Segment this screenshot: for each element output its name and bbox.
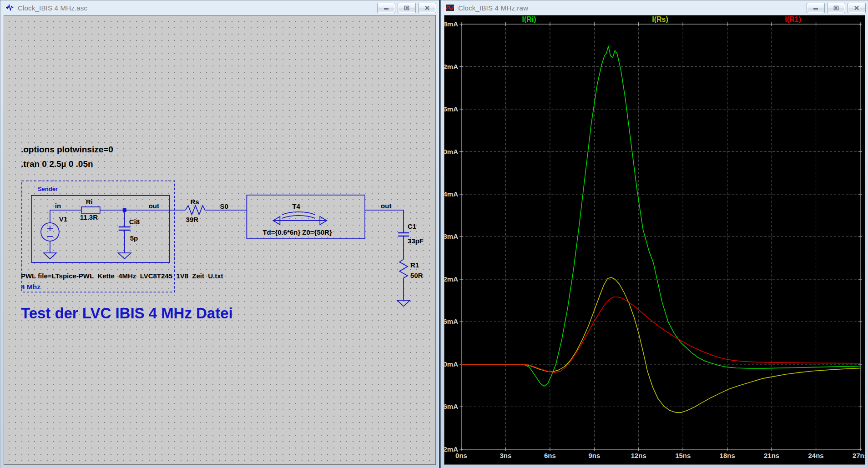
tline-t4-symbol[interactable] (282, 212, 315, 215)
x-axis-label: 3ns (500, 452, 512, 459)
legend-irs[interactable]: I(Rs) (652, 15, 668, 23)
restore-icon (833, 5, 839, 10)
x-axis-label: 0ns (455, 452, 467, 459)
close-button[interactable] (848, 3, 866, 13)
frequency-note[interactable]: 4 Mhz (21, 283, 40, 291)
ground-symbol (397, 300, 410, 306)
close-icon (424, 5, 430, 10)
schematic-canvas[interactable]: Sender in Ri 11.3R out V1 Ci8 5p Rs 39R … (4, 15, 436, 465)
waveform-app-icon (445, 4, 454, 12)
resistor-ri-symbol[interactable] (81, 207, 100, 213)
trace-iri (461, 46, 860, 386)
minimize-icon (384, 5, 389, 10)
y-axis-label: 6mA (444, 317, 458, 325)
ri-name-label[interactable]: Ri (86, 198, 93, 206)
waveform-plot-pane[interactable]: 48mA42mA36mA30mA24mA18mA12mA6mA0mA-6mA-1… (444, 15, 865, 465)
schematic-titlebar[interactable]: Clock_IBIS 4 MHz.asc (0, 0, 439, 15)
net-label-out-left: out (149, 202, 159, 210)
waveform-window: Clock_IBIS 4 MHz.raw 48mA42mA36mA30mA24m… (440, 0, 868, 468)
close-icon (854, 5, 859, 10)
ground-symbol (44, 253, 56, 259)
schematic-drawing: Sender in Ri 11.3R out V1 Ci8 5p Rs 39R … (4, 15, 435, 464)
c1-name-label[interactable]: C1 (408, 222, 416, 230)
y-axis-label: 42mA (444, 63, 458, 70)
window-title: Clock_IBIS 4 MHz.asc (18, 4, 87, 12)
ci8-name-label[interactable]: Ci8 (129, 218, 140, 226)
y-axis-label: -6mA (444, 403, 458, 410)
window-title: Clock_IBIS 4 MHz.raw (458, 4, 528, 12)
y-axis-label: 30mA (444, 148, 458, 156)
schematic-app-icon (5, 4, 14, 12)
restore-button[interactable] (398, 3, 416, 13)
y-axis-label: 12mA (444, 275, 458, 283)
t4-params-label[interactable]: Td={0.6*6n} Z0={50R} (262, 228, 332, 236)
x-axis-label: 12ns (631, 452, 646, 459)
t4-name-label[interactable]: T4 (292, 202, 300, 210)
ri-value-label[interactable]: 11.3R (80, 213, 98, 221)
r1-name-label[interactable]: R1 (410, 261, 419, 269)
ground-symbol (118, 253, 131, 259)
pwl-file-note[interactable]: PWL file=LTspice-PWL_Kette_4MHz_LVC8T245… (21, 272, 223, 280)
net-label-s0: S0 (220, 202, 228, 210)
legend-ir1[interactable]: I(R1) (785, 15, 801, 23)
schematic-window: Clock_IBIS 4 MHz.asc (0, 0, 439, 468)
ci8-value-label[interactable]: 5p (130, 234, 138, 242)
x-axis-label: 24ns (808, 452, 823, 459)
net-label-in: in (55, 202, 61, 210)
minimize-button[interactable] (377, 3, 395, 13)
spice-directive-options[interactable]: .options plotwinsize=0 (21, 145, 113, 154)
plot-frame (461, 24, 860, 449)
net-label-out-right: out (381, 202, 391, 210)
sender-box-label: Sender (38, 186, 58, 192)
headline-comment[interactable]: Test der LVC IBIS 4 MHz Datei (21, 305, 233, 322)
y-axis-label: 36mA (444, 105, 458, 113)
trace-ir1 (461, 297, 860, 372)
restore-icon (404, 5, 409, 10)
x-axis-label: 6ns (544, 452, 556, 459)
y-axis-label: 18mA (444, 232, 458, 240)
c1-value-label[interactable]: 33pF (408, 237, 424, 245)
legend-iri[interactable]: I(Ri) (522, 15, 536, 23)
resistor-rs-symbol[interactable] (186, 206, 205, 215)
waveform-titlebar[interactable]: Clock_IBIS 4 MHz.raw (441, 0, 868, 15)
rs-name-label[interactable]: Rs (191, 198, 199, 206)
resistor-r1-symbol[interactable] (399, 259, 408, 278)
r1-value-label[interactable]: 50R (410, 272, 423, 279)
rs-value-label[interactable]: 39R (186, 216, 199, 223)
spice-directive-tran[interactable]: .tran 0 2.5µ 0 .05n (21, 159, 93, 169)
close-button[interactable] (418, 3, 436, 13)
y-axis-label: 48mA (444, 20, 458, 28)
x-axis-label: 21ns (764, 452, 779, 459)
desktop: { "left_window": { "title": "Clock_IBIS … (0, 0, 868, 468)
x-axis-label: 9ns (588, 452, 600, 459)
schematic-wires (22, 181, 410, 307)
minimize-button[interactable] (807, 3, 825, 13)
y-axis-label: 24mA (444, 190, 458, 198)
x-axis-label: 27ns (853, 452, 865, 459)
y-axis-label: 0mA (444, 360, 458, 368)
x-axis-label: 18ns (720, 452, 735, 459)
restore-button[interactable] (827, 3, 845, 13)
v1-name-label[interactable]: V1 (59, 215, 67, 223)
waveform-plot[interactable]: 48mA42mA36mA30mA24mA18mA12mA6mA0mA-6mA-1… (444, 15, 865, 464)
wire-junction (123, 208, 126, 212)
minimize-icon (813, 5, 818, 10)
x-axis-label: 15ns (675, 452, 691, 459)
